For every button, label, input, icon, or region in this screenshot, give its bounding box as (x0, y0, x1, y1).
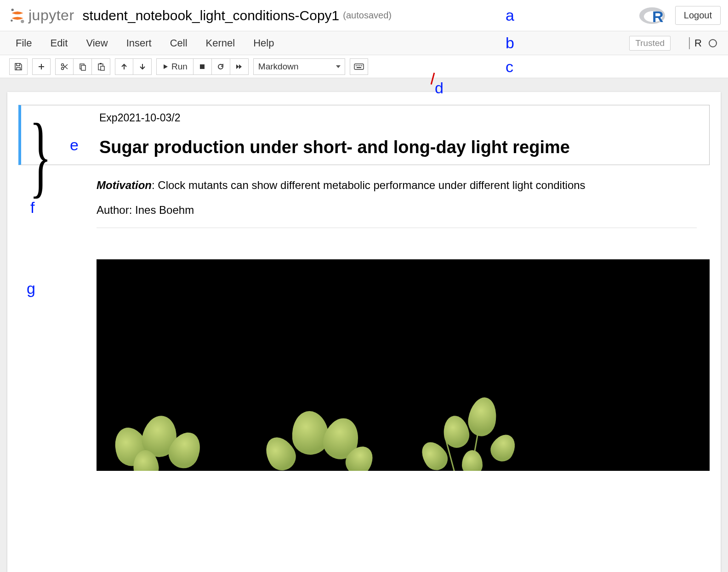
paste-button[interactable] (92, 58, 110, 75)
arrow-down-icon (139, 63, 146, 70)
scissors-icon (60, 63, 68, 71)
cell-prompt (21, 105, 99, 165)
menu-view[interactable]: View (81, 34, 121, 53)
logout-button[interactable]: Logout (675, 6, 721, 25)
restart-run-all-button[interactable] (230, 58, 249, 75)
play-icon (162, 63, 169, 70)
kernel-status-icon (709, 39, 717, 47)
arrow-up-icon (120, 63, 128, 70)
jupyter-icon (9, 7, 26, 24)
move-up-button[interactable] (115, 58, 133, 75)
svg-point-2 (11, 19, 13, 22)
jupyter-word: jupyter (28, 7, 74, 24)
menu-kernel[interactable]: Kernel (201, 34, 249, 53)
plus-icon (38, 63, 45, 70)
cut-button[interactable] (55, 58, 74, 75)
motivation-text: Motivation: Clock mutants can show diffe… (97, 177, 697, 194)
run-button[interactable]: Run (156, 58, 193, 75)
plant-image (97, 259, 710, 471)
stop-icon (199, 63, 205, 70)
menu-insert[interactable]: Insert (122, 34, 165, 53)
run-label: Run (171, 62, 188, 72)
restart-button[interactable] (212, 58, 230, 75)
cell-image-plants[interactable] (18, 251, 710, 479)
menu-edit[interactable]: Edit (46, 34, 81, 53)
command-palette-button[interactable] (350, 58, 368, 75)
author-text: Author: Ines Boehm (97, 204, 697, 217)
copy-button[interactable] (74, 58, 92, 75)
svg-rect-17 (359, 65, 360, 66)
menu-file[interactable]: File (11, 34, 46, 53)
toolbar: Run Markdown (0, 55, 728, 78)
cell-prompt (18, 169, 97, 247)
autosave-status: (autosaved) (343, 10, 392, 21)
menu-help[interactable]: Help (249, 34, 288, 53)
notebook-h1-title: Sugar production under short- and long-d… (99, 137, 696, 158)
experiment-id: Exp2021-10-03/2 (99, 112, 696, 124)
svg-point-6 (62, 63, 64, 66)
svg-rect-9 (81, 65, 85, 70)
restart-icon (217, 63, 224, 70)
svg-rect-15 (356, 65, 357, 66)
menu-cell[interactable]: Cell (165, 34, 201, 53)
svg-point-0 (11, 8, 14, 11)
svg-rect-14 (354, 64, 364, 69)
cell-type-select[interactable]: Markdown (253, 58, 345, 75)
save-button[interactable] (9, 58, 28, 75)
r-kernel-logo: R (638, 4, 668, 28)
cell-prompt (18, 251, 97, 479)
header: jupyter student_notebook_light_condition… (0, 0, 728, 31)
interrupt-button[interactable] (193, 58, 212, 75)
jupyter-logo[interactable]: jupyter (9, 7, 74, 24)
cell-markdown-motivation[interactable]: Motivation: Clock mutants can show diffe… (18, 169, 710, 247)
svg-rect-19 (357, 67, 361, 68)
svg-point-1 (21, 20, 24, 23)
cell-markdown-title[interactable]: Exp2021-10-03/2 Sugar production under s… (18, 105, 710, 165)
svg-rect-13 (200, 64, 205, 69)
motivation-label: Motivation (97, 179, 152, 191)
move-down-button[interactable] (133, 58, 152, 75)
save-icon (14, 63, 23, 71)
kernel-name: R (689, 37, 706, 49)
copy-icon (79, 63, 87, 71)
notebook-title[interactable]: student_notebook_light_conditions-Copy1 (83, 8, 340, 23)
keyboard-icon (354, 63, 364, 70)
paste-icon (97, 63, 105, 71)
svg-rect-18 (361, 65, 362, 66)
notebook-area: Exp2021-10-03/2 Sugar production under s… (0, 78, 728, 572)
svg-point-7 (62, 67, 64, 69)
svg-rect-16 (358, 65, 358, 66)
divider (97, 228, 697, 228)
svg-text:R: R (652, 8, 664, 25)
svg-rect-12 (101, 66, 104, 70)
add-cell-button[interactable] (32, 58, 51, 75)
notebook-container: Exp2021-10-03/2 Sugar production under s… (7, 92, 721, 572)
fast-forward-icon (235, 63, 243, 70)
svg-rect-11 (100, 63, 102, 64)
menubar: File Edit View Insert Cell Kernel Help T… (0, 31, 728, 55)
trusted-indicator[interactable]: Trusted (629, 36, 671, 51)
